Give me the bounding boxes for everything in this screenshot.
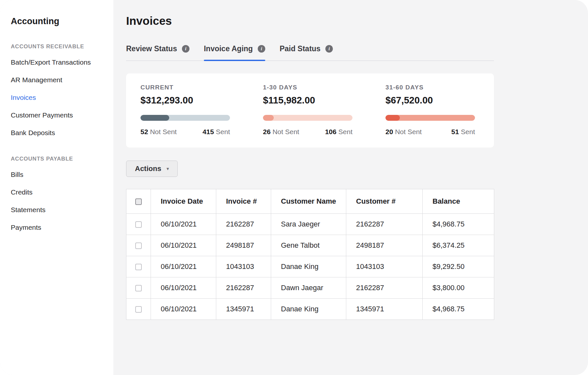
aging-counts: 26 Not Sent 106 Sent xyxy=(263,128,352,136)
sent-stat: 415 Sent xyxy=(203,128,230,136)
tab-review-status[interactable]: Review Status i xyxy=(126,44,189,60)
table-row: 06/10/2021 2162287 Dawn Jaegar 2162287 $… xyxy=(126,277,494,299)
row-checkbox[interactable] xyxy=(135,285,142,291)
invoice-number-link[interactable]: 2162287 xyxy=(216,277,271,299)
table-header-row: Invoice Date Invoice # Customer Name Cus… xyxy=(126,189,494,214)
table-row: 06/10/2021 1043103 Danae King 1043103 $9… xyxy=(126,256,494,277)
sidebar-item-bank-deposits[interactable]: Bank Deposits xyxy=(11,129,106,137)
aging-summary-card: CURRENT $312,293.00 52 Not Sent 415 Sent… xyxy=(126,73,494,148)
aging-bucket-label: 1-30 DAYS xyxy=(263,84,352,91)
sent-count: 415 xyxy=(203,128,214,135)
sidebar: Accounting ACCOUNTS RECEIVABLE Batch/Exp… xyxy=(0,0,113,375)
info-icon[interactable]: i xyxy=(182,45,189,53)
aging-bucket-amount: $67,520.00 xyxy=(385,95,475,106)
customer-name-link[interactable]: Danae King xyxy=(271,256,346,277)
tab-bar: Review Status i Invoice Aging i Paid Sta… xyxy=(126,44,494,61)
customer-number-link[interactable]: 1043103 xyxy=(346,256,423,277)
aging-bucket-label: CURRENT xyxy=(140,84,230,91)
aging-bucket-amount: $312,293.00 xyxy=(140,95,230,106)
tab-paid-status-label: Paid Status xyxy=(280,44,320,53)
sent-stat: 51 Sent xyxy=(451,128,475,136)
invoice-date-cell: 06/10/2021 xyxy=(151,256,216,277)
table-row: 06/10/2021 2162287 Sara Jaeger 2162287 $… xyxy=(126,214,494,235)
sidebar-item-invoices[interactable]: Invoices xyxy=(11,94,106,102)
sidebar-item-ar-management[interactable]: AR Management xyxy=(11,76,106,84)
tab-invoice-aging-label: Invoice Aging xyxy=(204,44,253,53)
invoice-date-cell: 06/10/2021 xyxy=(151,235,216,256)
tab-review-status-label: Review Status xyxy=(126,44,177,53)
tab-paid-status[interactable]: Paid Status i xyxy=(280,44,333,60)
table-row: 06/10/2021 1345971 Danae King 1345971 $4… xyxy=(126,299,494,320)
customer-name-link[interactable]: Sara Jaeger xyxy=(271,214,346,235)
balance-cell: $6,374.25 xyxy=(423,235,494,256)
balance-cell: $9,292.50 xyxy=(423,256,494,277)
section-header-accounts-payable: ACCOUNTS PAYABLE xyxy=(11,156,106,162)
info-icon[interactable]: i xyxy=(258,45,265,53)
balance-cell: $4,968.75 xyxy=(423,214,494,235)
section-header-accounts-receivable: ACCOUNTS RECEIVABLE xyxy=(11,43,106,50)
not-sent-stat: 20 Not Sent xyxy=(385,128,422,136)
chevron-down-icon: ▾ xyxy=(167,166,169,172)
sidebar-item-batch-export-transactions[interactable]: Batch/Export Transactions xyxy=(11,58,106,66)
aging-bucket-1-30-days: 1-30 DAYS $115,982.00 26 Not Sent 106 Se… xyxy=(263,84,352,136)
sidebar-item-payments[interactable]: Payments xyxy=(11,224,106,231)
customer-name-link[interactable]: Dawn Jaegar xyxy=(271,277,346,299)
aging-bucket-current: CURRENT $312,293.00 52 Not Sent 415 Sent xyxy=(140,84,230,136)
balance-cell: $4,968.75 xyxy=(423,299,494,320)
customer-name-link[interactable]: Gene Talbot xyxy=(271,235,346,256)
not-sent-label: Not Sent xyxy=(395,128,422,135)
invoice-date-cell: 06/10/2021 xyxy=(151,277,216,299)
invoice-number-link[interactable]: 1345971 xyxy=(216,299,271,320)
row-checkbox[interactable] xyxy=(135,306,142,313)
sidebar-title: Accounting xyxy=(11,16,106,26)
not-sent-count: 20 xyxy=(385,128,393,135)
column-header-invoice-date: Invoice Date xyxy=(151,189,216,214)
not-sent-stat: 26 Not Sent xyxy=(263,128,299,136)
aging-progress-fill xyxy=(385,115,400,121)
sent-count: 51 xyxy=(451,128,459,135)
aging-bucket-31-60-days: 31-60 DAYS $67,520.00 20 Not Sent 51 Sen… xyxy=(385,84,475,136)
sent-count: 106 xyxy=(325,128,336,135)
not-sent-stat: 52 Not Sent xyxy=(140,128,177,136)
aging-counts: 20 Not Sent 51 Sent xyxy=(385,128,475,136)
invoices-table: Invoice Date Invoice # Customer Name Cus… xyxy=(126,189,494,320)
not-sent-count: 52 xyxy=(140,128,148,135)
page-title: Invoices xyxy=(126,14,494,27)
column-header-invoice-number: Invoice # xyxy=(216,189,271,214)
sidebar-section-accounts-payable: ACCOUNTS PAYABLE Bills Credits Statement… xyxy=(11,156,106,231)
invoice-number-link[interactable]: 2162287 xyxy=(216,214,271,235)
customer-number-link[interactable]: 2162287 xyxy=(346,277,423,299)
sent-stat: 106 Sent xyxy=(325,128,352,136)
sidebar-item-customer-payments[interactable]: Customer Payments xyxy=(11,111,106,119)
customer-number-link[interactable]: 2498187 xyxy=(346,235,423,256)
aging-progress-bar xyxy=(140,115,230,121)
sidebar-item-bills[interactable]: Bills xyxy=(11,171,106,179)
sidebar-item-statements[interactable]: Statements xyxy=(11,206,106,214)
aging-progress-fill xyxy=(263,115,274,121)
actions-button-label: Actions xyxy=(135,164,161,173)
invoice-number-link[interactable]: 2498187 xyxy=(216,235,271,256)
info-icon[interactable]: i xyxy=(325,45,333,53)
tab-invoice-aging[interactable]: Invoice Aging i xyxy=(204,44,265,60)
row-checkbox[interactable] xyxy=(135,242,142,249)
row-checkbox[interactable] xyxy=(135,264,142,270)
aging-progress-bar xyxy=(263,115,352,121)
invoice-date-cell: 06/10/2021 xyxy=(151,299,216,320)
balance-cell: $3,800.00 xyxy=(423,277,494,299)
aging-progress-fill xyxy=(140,115,169,121)
aging-counts: 52 Not Sent 415 Sent xyxy=(140,128,230,136)
sent-label: Sent xyxy=(216,128,230,135)
row-checkbox[interactable] xyxy=(135,221,142,228)
select-all-checkbox[interactable] xyxy=(135,198,142,205)
sidebar-section-accounts-receivable: ACCOUNTS RECEIVABLE Batch/Export Transac… xyxy=(11,43,106,137)
customer-name-link[interactable]: Danae King xyxy=(271,299,346,320)
aging-bucket-label: 31-60 DAYS xyxy=(385,84,475,91)
invoice-number-link[interactable]: 1043103 xyxy=(216,256,271,277)
actions-button[interactable]: Actions ▾ xyxy=(126,161,178,177)
sidebar-item-credits[interactable]: Credits xyxy=(11,188,106,196)
sent-label: Sent xyxy=(338,128,352,135)
customer-number-link[interactable]: 1345971 xyxy=(346,299,423,320)
customer-number-link[interactable]: 2162287 xyxy=(346,214,423,235)
not-sent-label: Not Sent xyxy=(150,128,177,135)
column-header-customer-name: Customer Name xyxy=(271,189,346,214)
